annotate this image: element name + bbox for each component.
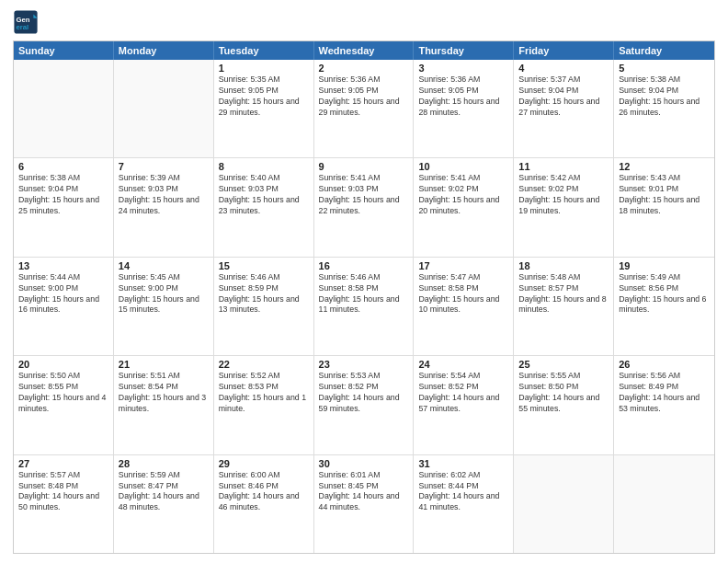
day-number: 28 <box>119 458 209 469</box>
day-number: 13 <box>18 260 108 271</box>
day-number: 14 <box>119 260 209 271</box>
calendar-cell: 13Sunrise: 5:44 AMSunset: 9:00 PMDayligh… <box>14 258 114 355</box>
calendar-cell: 12Sunrise: 5:43 AMSunset: 9:01 PMDayligh… <box>614 158 714 256</box>
calendar-cell: 31Sunrise: 6:02 AMSunset: 8:44 PMDayligh… <box>414 455 514 553</box>
calendar-day-header: Monday <box>114 41 214 60</box>
day-number: 2 <box>319 63 409 74</box>
day-number: 8 <box>219 161 309 172</box>
day-info: Sunrise: 5:55 AMSunset: 8:50 PMDaylight:… <box>518 371 609 415</box>
calendar-cell <box>14 60 114 157</box>
day-info: Sunrise: 5:41 AMSunset: 9:02 PMDaylight:… <box>418 173 508 217</box>
day-number: 6 <box>18 161 108 172</box>
calendar-cell: 29Sunrise: 6:00 AMSunset: 8:46 PMDayligh… <box>214 455 314 553</box>
day-number: 9 <box>319 161 409 172</box>
calendar-body: 1Sunrise: 5:35 AMSunset: 9:05 PMDaylight… <box>14 60 714 553</box>
day-info: Sunrise: 5:47 AMSunset: 8:58 PMDaylight:… <box>418 272 508 316</box>
day-number: 21 <box>119 359 209 370</box>
calendar-cell: 20Sunrise: 5:50 AMSunset: 8:55 PMDayligh… <box>14 356 114 454</box>
calendar-cell: 19Sunrise: 5:49 AMSunset: 8:56 PMDayligh… <box>614 258 714 355</box>
calendar-cell <box>514 455 614 553</box>
day-info: Sunrise: 5:44 AMSunset: 9:00 PMDaylight:… <box>18 272 108 316</box>
calendar-day-header: Sunday <box>14 41 114 60</box>
calendar-day-header: Friday <box>514 41 614 60</box>
day-info: Sunrise: 5:53 AMSunset: 8:52 PMDaylight:… <box>319 371 409 415</box>
day-info: Sunrise: 5:52 AMSunset: 8:53 PMDaylight:… <box>219 371 309 415</box>
calendar-week-row: 27Sunrise: 5:57 AMSunset: 8:48 PMDayligh… <box>14 455 714 553</box>
day-number: 24 <box>418 359 508 370</box>
day-number: 27 <box>18 458 108 469</box>
calendar-cell: 23Sunrise: 5:53 AMSunset: 8:52 PMDayligh… <box>314 356 415 454</box>
calendar-day-header: Saturday <box>614 41 714 60</box>
day-info: Sunrise: 5:46 AMSunset: 8:59 PMDaylight:… <box>219 272 309 316</box>
calendar-cell: 14Sunrise: 5:45 AMSunset: 9:00 PMDayligh… <box>114 258 214 355</box>
calendar-cell: 27Sunrise: 5:57 AMSunset: 8:48 PMDayligh… <box>14 455 114 553</box>
calendar-cell: 22Sunrise: 5:52 AMSunset: 8:53 PMDayligh… <box>214 356 314 454</box>
calendar-day-header: Tuesday <box>214 41 314 60</box>
day-info: Sunrise: 5:48 AMSunset: 8:57 PMDaylight:… <box>518 272 609 316</box>
day-number: 19 <box>619 260 710 271</box>
calendar: SundayMondayTuesdayWednesdayThursdayFrid… <box>13 40 715 554</box>
day-number: 31 <box>418 458 508 469</box>
calendar-cell: 2Sunrise: 5:36 AMSunset: 9:05 PMDaylight… <box>314 60 415 157</box>
day-info: Sunrise: 5:49 AMSunset: 8:56 PMDaylight:… <box>619 272 710 316</box>
day-number: 20 <box>18 359 108 370</box>
calendar-week-row: 1Sunrise: 5:35 AMSunset: 9:05 PMDaylight… <box>14 60 714 158</box>
calendar-day-header: Thursday <box>414 41 514 60</box>
calendar-week-row: 13Sunrise: 5:44 AMSunset: 9:00 PMDayligh… <box>14 258 714 356</box>
day-number: 18 <box>518 260 609 271</box>
calendar-cell: 28Sunrise: 5:59 AMSunset: 8:47 PMDayligh… <box>114 455 214 553</box>
day-number: 7 <box>119 161 209 172</box>
day-info: Sunrise: 5:37 AMSunset: 9:04 PMDaylight:… <box>518 75 609 119</box>
day-info: Sunrise: 5:51 AMSunset: 8:54 PMDaylight:… <box>119 371 209 415</box>
calendar-cell: 11Sunrise: 5:42 AMSunset: 9:02 PMDayligh… <box>514 158 614 256</box>
day-number: 16 <box>319 260 409 271</box>
day-number: 12 <box>619 161 710 172</box>
day-info: Sunrise: 6:02 AMSunset: 8:44 PMDaylight:… <box>418 470 508 514</box>
day-number: 26 <box>619 359 710 370</box>
day-number: 1 <box>219 63 309 74</box>
day-info: Sunrise: 5:38 AMSunset: 9:04 PMDaylight:… <box>619 75 710 119</box>
calendar-cell: 1Sunrise: 5:35 AMSunset: 9:05 PMDaylight… <box>214 60 314 157</box>
calendar-cell <box>114 60 214 157</box>
day-info: Sunrise: 6:01 AMSunset: 8:45 PMDaylight:… <box>319 470 409 514</box>
day-info: Sunrise: 5:40 AMSunset: 9:03 PMDaylight:… <box>219 173 309 217</box>
day-info: Sunrise: 5:35 AMSunset: 9:05 PMDaylight:… <box>219 75 309 119</box>
calendar-cell: 5Sunrise: 5:38 AMSunset: 9:04 PMDaylight… <box>614 60 714 157</box>
calendar-cell: 24Sunrise: 5:54 AMSunset: 8:52 PMDayligh… <box>414 356 514 454</box>
calendar-cell <box>614 455 714 553</box>
day-number: 15 <box>219 260 309 271</box>
calendar-cell: 30Sunrise: 6:01 AMSunset: 8:45 PMDayligh… <box>314 455 415 553</box>
svg-text:eral: eral <box>17 23 29 31</box>
svg-text:Gen: Gen <box>17 16 30 24</box>
day-info: Sunrise: 5:36 AMSunset: 9:05 PMDaylight:… <box>418 75 508 119</box>
day-number: 30 <box>319 458 409 469</box>
logo: Gen eral <box>13 9 42 35</box>
day-info: Sunrise: 5:45 AMSunset: 9:00 PMDaylight:… <box>119 272 209 316</box>
calendar-cell: 10Sunrise: 5:41 AMSunset: 9:02 PMDayligh… <box>414 158 514 256</box>
day-number: 5 <box>619 63 710 74</box>
day-info: Sunrise: 5:50 AMSunset: 8:55 PMDaylight:… <box>18 371 108 415</box>
day-info: Sunrise: 5:41 AMSunset: 9:03 PMDaylight:… <box>319 173 409 217</box>
calendar-cell: 21Sunrise: 5:51 AMSunset: 8:54 PMDayligh… <box>114 356 214 454</box>
calendar-cell: 18Sunrise: 5:48 AMSunset: 8:57 PMDayligh… <box>514 258 614 355</box>
calendar-header-row: SundayMondayTuesdayWednesdayThursdayFrid… <box>14 41 714 60</box>
day-info: Sunrise: 5:42 AMSunset: 9:02 PMDaylight:… <box>518 173 609 217</box>
calendar-week-row: 6Sunrise: 5:38 AMSunset: 9:04 PMDaylight… <box>14 158 714 257</box>
day-number: 29 <box>219 458 309 469</box>
day-info: Sunrise: 5:36 AMSunset: 9:05 PMDaylight:… <box>319 75 409 119</box>
calendar-cell: 17Sunrise: 5:47 AMSunset: 8:58 PMDayligh… <box>414 258 514 355</box>
day-info: Sunrise: 5:43 AMSunset: 9:01 PMDaylight:… <box>619 173 710 217</box>
day-info: Sunrise: 6:00 AMSunset: 8:46 PMDaylight:… <box>219 470 309 514</box>
logo-icon: Gen eral <box>13 9 39 35</box>
calendar-cell: 8Sunrise: 5:40 AMSunset: 9:03 PMDaylight… <box>214 158 314 256</box>
calendar-cell: 26Sunrise: 5:56 AMSunset: 8:49 PMDayligh… <box>614 356 714 454</box>
calendar-cell: 9Sunrise: 5:41 AMSunset: 9:03 PMDaylight… <box>314 158 415 256</box>
calendar-cell: 6Sunrise: 5:38 AMSunset: 9:04 PMDaylight… <box>14 158 114 256</box>
day-number: 23 <box>319 359 409 370</box>
calendar-day-header: Wednesday <box>314 41 415 60</box>
calendar-cell: 3Sunrise: 5:36 AMSunset: 9:05 PMDaylight… <box>414 60 514 157</box>
day-info: Sunrise: 5:56 AMSunset: 8:49 PMDaylight:… <box>619 371 710 415</box>
calendar-cell: 16Sunrise: 5:46 AMSunset: 8:58 PMDayligh… <box>314 258 415 355</box>
calendar-cell: 25Sunrise: 5:55 AMSunset: 8:50 PMDayligh… <box>514 356 614 454</box>
day-number: 22 <box>219 359 309 370</box>
